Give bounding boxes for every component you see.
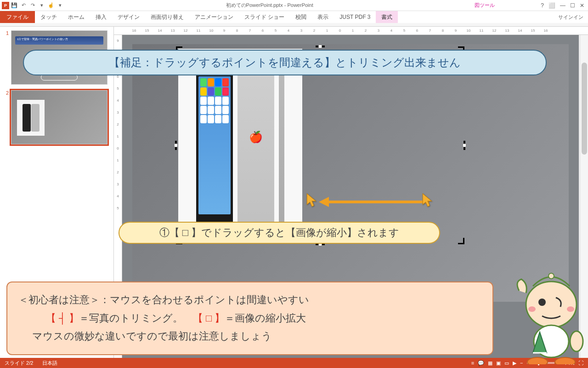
ruler-horizontal[interactable]: 1615141312111098765432101234567891011121… <box>114 27 588 35</box>
window-title: 初めてのPowerPoint.pptx - PowerPoint <box>64 2 475 9</box>
svg-point-8 <box>555 357 575 364</box>
notes-button[interactable]: ≡ <box>471 360 474 366</box>
signin-link[interactable]: サインイン <box>558 14 588 21</box>
svg-point-3 <box>528 306 536 312</box>
tab-view[interactable]: 表示 <box>312 11 334 23</box>
tab-slideshow[interactable]: スライド ショー <box>239 11 290 23</box>
crop-handle-br[interactable] <box>458 238 464 244</box>
undo-icon[interactable]: ↶ <box>19 1 28 10</box>
tab-justpdf[interactable]: JUST PDF 3 <box>334 11 376 23</box>
orange-trim-symbol: 【 ┤ 】 <box>46 312 79 324</box>
qa-dropdown-icon[interactable]: ▾ <box>56 1 64 10</box>
tab-design[interactable]: デザイン <box>112 11 145 23</box>
thumb-number: 2 <box>4 90 11 144</box>
thumb1-banner: 1日で習得・実践パワーポイントの使い方 <box>15 36 103 45</box>
arrow-annotation <box>319 199 429 204</box>
context-tool-label: 図ツール <box>475 2 495 9</box>
cursor-icon-left <box>306 192 318 209</box>
tab-review[interactable]: 校閲 <box>290 11 312 23</box>
svg-point-0 <box>526 282 577 328</box>
svg-point-2 <box>538 299 546 306</box>
slide-canvas[interactable]: 🍎 <box>132 44 569 302</box>
callout-yellow: ①【 □ 】でドラッグすると【画像が縮小】されます <box>119 222 440 244</box>
tab-touch[interactable]: タッチ <box>35 11 62 23</box>
callout-blue: 【補足：ドラッグするポイントを間違える】とトリミング出来ません <box>23 50 547 75</box>
tab-format[interactable]: 書式 <box>376 11 398 23</box>
tab-home[interactable]: ホーム <box>62 11 90 23</box>
tab-file[interactable]: ファイル <box>0 11 35 23</box>
thumbnail-2[interactable]: 2 <box>4 90 110 144</box>
svg-point-6 <box>570 331 583 351</box>
resize-handle-top[interactable] <box>318 45 322 48</box>
mascot-character <box>487 272 588 364</box>
thumb-number: 1 <box>4 30 11 85</box>
status-lang: 日本語 <box>42 360 57 367</box>
svg-point-1 <box>548 273 554 279</box>
svg-point-4 <box>567 306 574 312</box>
thumb2-image <box>17 100 45 136</box>
status-slide: スライド 2/2 <box>5 360 33 367</box>
orange-resize-symbol: 【 □ 】 <box>193 312 225 324</box>
ribbon-options-icon[interactable]: ⬜ <box>548 2 555 9</box>
ribbon-tabs: ファイル タッチ ホーム 挿入 デザイン 画面切り替え アニメーション スライド… <box>0 11 588 23</box>
touch-mode-icon[interactable]: ☝ <box>47 1 55 10</box>
resize-handle-right[interactable] <box>463 144 466 147</box>
help-icon[interactable]: ? <box>541 2 544 9</box>
svg-point-7 <box>527 357 548 364</box>
tab-animations[interactable]: アニメーション <box>189 11 239 23</box>
orange-line3: マウスの微妙な違いですので最初は注意しましょう <box>18 327 481 345</box>
maximize-icon[interactable]: ☐ <box>570 2 575 9</box>
cursor-icon-right <box>422 192 434 209</box>
qa-more-icon[interactable]: ▾ <box>38 1 46 10</box>
comments-button[interactable]: 💬 <box>478 360 484 366</box>
crop-frame[interactable] <box>176 46 464 244</box>
app-icon: P <box>2 2 9 9</box>
orange-line1: ＜初心者は注意＞：マウスを合わせるポイントは間違いやすい <box>18 291 481 309</box>
callout-orange-box: ＜初心者は注意＞：マウスを合わせるポイントは間違いやすい 【 ┤ 】＝写真のトリ… <box>6 282 493 355</box>
minimize-icon[interactable]: — <box>560 2 565 9</box>
tab-insert[interactable]: 挿入 <box>90 11 112 23</box>
close-icon[interactable]: ✕ <box>580 2 584 9</box>
save-icon[interactable]: 💾 <box>10 1 18 10</box>
ribbon-body-collapsed <box>0 23 588 27</box>
tab-transitions[interactable]: 画面切り替え <box>145 11 189 23</box>
title-bar: P 💾 ↶ ↷ ▾ ☝ ▾ 初めてのPowerPoint.pptx - Powe… <box>0 0 588 11</box>
redo-icon[interactable]: ↷ <box>28 1 37 10</box>
resize-handle-left[interactable] <box>174 144 178 147</box>
